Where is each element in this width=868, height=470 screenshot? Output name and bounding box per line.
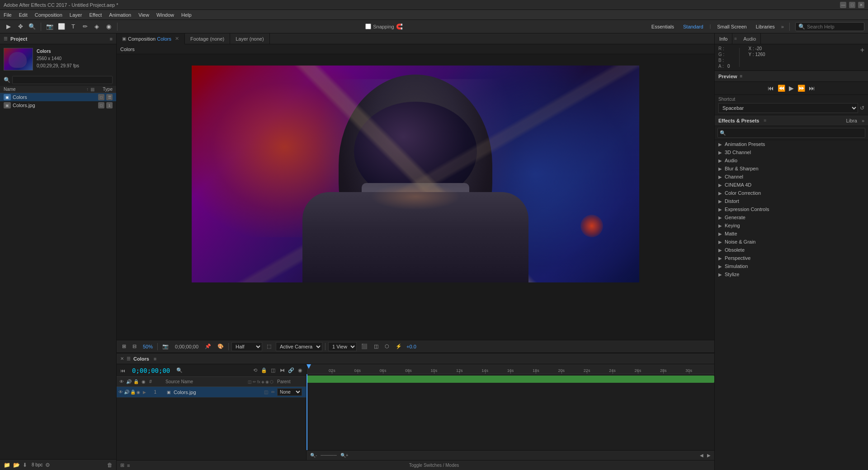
- vc-draft-icon[interactable]: ⚡: [394, 343, 404, 350]
- tl-ctrl-4[interactable]: ⧓: [278, 367, 286, 375]
- effect-item-perspective[interactable]: ▶Perspective: [715, 254, 868, 262]
- project-item-colorsjpg[interactable]: ▣ Colors.jpg □ 1: [0, 101, 116, 109]
- layer-row-1[interactable]: 👁 🔊 🔒 ◉ ▶ 1 ▣ Colors.jpg: [117, 387, 306, 398]
- effect-item-distort[interactable]: ▶Distort: [715, 197, 868, 205]
- effects-libra-tab[interactable]: Libra: [844, 118, 859, 123]
- vc-snap-icon[interactable]: 📌: [203, 343, 213, 350]
- effect-item-matte[interactable]: ▶Matte: [715, 230, 868, 238]
- close-button[interactable]: ✕: [858, 2, 864, 8]
- effects-menu-btn[interactable]: ≡: [764, 118, 767, 123]
- tab-layer[interactable]: Layer (none): [230, 33, 269, 44]
- info-tab-menu[interactable]: ≡: [732, 36, 739, 41]
- effects-search[interactable]: 🔍: [715, 126, 868, 140]
- tool-zoom[interactable]: 🔍: [27, 22, 37, 32]
- tl-navigate-right[interactable]: ▶: [707, 453, 711, 458]
- effect-item-expression-controls[interactable]: ▶Expression Controls: [715, 205, 868, 213]
- menu-effect[interactable]: Effect: [89, 12, 102, 18]
- menu-layer[interactable]: Layer: [70, 12, 82, 18]
- window-controls[interactable]: — □ ✕: [840, 2, 864, 8]
- preview-play-btn[interactable]: ▶: [789, 85, 794, 92]
- timeline-close-btn[interactable]: ✕: [120, 356, 124, 361]
- tool-text[interactable]: T: [68, 22, 78, 32]
- tl-navigate-left[interactable]: ◀: [700, 453, 703, 458]
- tl-zoom-in[interactable]: 🔍+: [340, 453, 349, 458]
- import-icon[interactable]: ⬇: [23, 462, 27, 468]
- effect-item-obsolete[interactable]: ▶Obsolete: [715, 246, 868, 254]
- effect-item-simulation[interactable]: ▶Simulation: [715, 262, 868, 270]
- preview-menu-btn[interactable]: ≡: [740, 74, 743, 79]
- minimize-button[interactable]: —: [840, 2, 846, 8]
- track-bar-colors[interactable]: [307, 376, 714, 383]
- effect-item-noise-&-grain[interactable]: ▶Noise & Grain: [715, 238, 868, 246]
- new-comp-icon[interactable]: 📁: [4, 462, 10, 468]
- delete-icon[interactable]: 🗑: [107, 462, 113, 468]
- search-help-input[interactable]: [807, 24, 861, 29]
- timecode-display[interactable]: 0;00;00;00: [128, 367, 174, 374]
- workspace-essentials[interactable]: Essentials: [649, 23, 677, 30]
- layer-solo-icon-2[interactable]: ◫: [263, 389, 269, 395]
- playhead[interactable]: [307, 374, 307, 450]
- preview-prev-frame-btn[interactable]: ⏪: [778, 85, 785, 92]
- vc-grid-btn[interactable]: ⊟: [131, 343, 138, 350]
- preview-last-frame-btn[interactable]: ⏭: [809, 85, 815, 92]
- timeline-menu-btn[interactable]: ≡: [154, 356, 156, 362]
- tl-ctrl-5[interactable]: 🔗: [287, 367, 295, 375]
- comp-tab-close[interactable]: ✕: [175, 36, 179, 42]
- tl-search-icon[interactable]: 🔍: [175, 367, 184, 375]
- workspace-libraries[interactable]: Libraries: [753, 23, 778, 30]
- menu-file[interactable]: File: [4, 12, 12, 18]
- shortcut-reset-icon[interactable]: ↺: [860, 105, 864, 111]
- vc-zoom-display[interactable]: 50%: [141, 343, 155, 350]
- tab-composition[interactable]: ▣ Composition Colors ✕: [117, 33, 185, 44]
- menu-window[interactable]: Window: [156, 12, 174, 18]
- tl-ctrl-3[interactable]: ◫: [269, 367, 277, 375]
- layer-parent-select[interactable]: None: [277, 388, 304, 396]
- workspace-more-icon[interactable]: »: [781, 24, 784, 29]
- tool-rect[interactable]: ⬜: [57, 22, 66, 32]
- new-folder-icon[interactable]: 📂: [13, 462, 20, 468]
- menu-help[interactable]: Help: [181, 12, 192, 18]
- tl-zoom-slider[interactable]: ─────: [321, 453, 336, 458]
- tl-ctrl-6[interactable]: ◉: [296, 367, 304, 375]
- menu-animation[interactable]: Animation: [109, 12, 131, 18]
- interpret-icon[interactable]: ⚙: [45, 462, 50, 468]
- menu-composition[interactable]: Composition: [35, 12, 62, 18]
- vc-region-icon[interactable]: ⬚: [265, 343, 273, 350]
- effect-item-animation-presets[interactable]: ▶Animation Presets: [715, 140, 868, 148]
- parent-dropdown[interactable]: None: [277, 388, 302, 396]
- tl-prev-frame-btn[interactable]: ⏮: [118, 367, 127, 375]
- tool-hand[interactable]: ✥: [15, 22, 25, 32]
- preview-next-frame-btn[interactable]: ⏩: [797, 85, 805, 92]
- info-tab-audio[interactable]: Audio: [739, 33, 761, 44]
- layer-lock-icon[interactable]: 🔒: [130, 390, 136, 395]
- tl-ctrl-1[interactable]: ⟲: [251, 367, 259, 375]
- timeline-tracks[interactable]: [307, 374, 714, 450]
- tool-clone[interactable]: ◈: [92, 22, 102, 32]
- effect-item-cinema-4d[interactable]: ▶CINEMA 4D: [715, 181, 868, 189]
- vc-reset-btn[interactable]: ⊞: [120, 343, 128, 350]
- layer-eye-icon[interactable]: 👁: [118, 390, 123, 395]
- effect-item-audio[interactable]: ▶Audio: [715, 156, 868, 164]
- preview-first-frame-btn[interactable]: ⏮: [768, 85, 774, 92]
- vc-guide-icon[interactable]: ◫: [372, 343, 380, 350]
- menu-view[interactable]: View: [138, 12, 149, 18]
- effect-item-keying[interactable]: ▶Keying: [715, 221, 868, 230]
- effects-search-input[interactable]: [728, 128, 863, 137]
- effect-item-color-correction[interactable]: ▶Color Correction: [715, 189, 868, 197]
- layer-edit-icon[interactable]: ✏: [270, 389, 276, 395]
- tool-camera[interactable]: 📷: [45, 22, 55, 32]
- vc-camera-icon[interactable]: 📷: [160, 343, 170, 350]
- maximize-button[interactable]: □: [849, 2, 855, 8]
- effect-item-channel[interactable]: ▶Channel: [715, 173, 868, 181]
- effects-expand-btn[interactable]: »: [862, 118, 864, 123]
- layer-name-1[interactable]: Colors.jpg: [174, 390, 262, 395]
- tool-pen[interactable]: ✏: [80, 22, 90, 32]
- info-plus-icon[interactable]: +: [860, 46, 864, 54]
- vc-color-icon[interactable]: 🎨: [216, 343, 226, 350]
- tool-select[interactable]: ▶: [4, 22, 14, 32]
- info-tab-info[interactable]: Info: [715, 33, 732, 44]
- vc-mask-icon[interactable]: ⬡: [383, 343, 391, 350]
- workspace-standard[interactable]: Standard: [680, 23, 706, 30]
- work-area-icon[interactable]: ≡: [127, 463, 130, 468]
- vc-quality-select[interactable]: Half Full Third Quarter: [231, 342, 262, 351]
